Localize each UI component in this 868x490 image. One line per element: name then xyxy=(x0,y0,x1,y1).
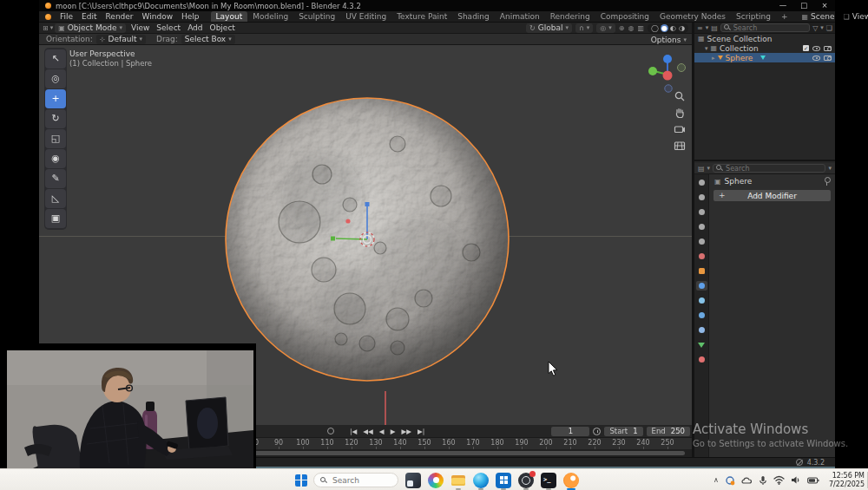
gizmo-toggle-icon[interactable]: ⊕ xyxy=(619,24,625,32)
zoom-icon[interactable] xyxy=(674,90,686,102)
outliner-row-scene-collection[interactable]: ▦ Scene Collection xyxy=(694,34,835,43)
outliner-display-mode-icon[interactable]: ≡ xyxy=(697,24,703,32)
workspace-tab[interactable]: UV Editing xyxy=(340,11,391,22)
app-terminal[interactable] xyxy=(540,470,557,490)
menu-item[interactable]: Edit xyxy=(77,11,101,23)
properties-search[interactable] xyxy=(713,164,825,173)
minimize-button[interactable]: — xyxy=(773,0,793,11)
viewport-menu-item[interactable]: Add xyxy=(184,23,206,32)
overlays-toggle-icon[interactable]: ◍ xyxy=(628,24,635,32)
playback-button[interactable]: ▶▶ xyxy=(398,426,414,437)
camera-view-icon[interactable] xyxy=(674,123,686,135)
workspace-tab[interactable]: Shading xyxy=(452,11,495,22)
app-recorder[interactable] xyxy=(517,470,535,490)
tool-cursor[interactable]: ◎ xyxy=(45,69,66,88)
workspace-tab[interactable]: Animation xyxy=(495,11,545,22)
collection-checkbox[interactable]: ✓ xyxy=(803,45,809,51)
playback-button[interactable]: ▶| xyxy=(415,426,427,437)
app-store[interactable] xyxy=(495,470,512,490)
navigation-gizmo[interactable] xyxy=(647,52,687,95)
viewport-menu-item[interactable]: View xyxy=(128,23,153,32)
tab-material[interactable] xyxy=(696,355,707,364)
tab-tool[interactable] xyxy=(696,178,707,187)
tray-wifi-icon[interactable] xyxy=(773,475,785,485)
notifications-mute-icon[interactable] xyxy=(796,459,803,466)
shading-material-icon[interactable]: ◐ xyxy=(669,24,677,32)
disable-render-icon[interactable] xyxy=(824,46,832,51)
tab-world[interactable] xyxy=(696,252,707,261)
tray-onedrive-icon[interactable] xyxy=(741,475,753,486)
timeline-scrollbar[interactable] xyxy=(217,451,685,455)
workspace-tab[interactable]: Modeling xyxy=(247,11,293,22)
outliner-search[interactable] xyxy=(720,23,810,32)
toggle-perspective-icon[interactable] xyxy=(674,140,686,152)
tab-modifiers[interactable] xyxy=(696,281,707,291)
outliner-row-sphere[interactable]: ▸ Sphere xyxy=(694,53,835,62)
playback-button[interactable]: ◀◀ xyxy=(360,426,376,437)
shading-wireframe-icon[interactable]: ◯ xyxy=(650,24,660,32)
app-edge[interactable] xyxy=(472,470,490,490)
shading-rendered-icon[interactable]: ◑ xyxy=(678,24,686,32)
start-button[interactable] xyxy=(295,474,307,487)
frame-start-field[interactable]: Start1 xyxy=(604,427,642,436)
workspace-tab[interactable]: + xyxy=(776,11,793,22)
viewport-menu-item[interactable]: Select xyxy=(153,23,184,32)
workspace-tab[interactable]: Texture Paint xyxy=(391,11,452,22)
disable-render-icon[interactable] xyxy=(824,56,832,61)
viewport-menu-item[interactable]: Object xyxy=(207,23,239,32)
playback-button[interactable]: ▶ xyxy=(388,426,398,437)
tool-scale[interactable]: ◱ xyxy=(45,129,66,148)
close-button[interactable]: × xyxy=(814,0,835,11)
proportional-edit-toggle[interactable]: ◎▾ xyxy=(596,23,615,33)
blender-menu-icon[interactable] xyxy=(45,14,51,20)
tab-scene[interactable] xyxy=(696,237,707,246)
playback-button[interactable]: ◀ xyxy=(377,426,387,437)
menu-item[interactable]: Help xyxy=(177,11,204,23)
app-photos[interactable] xyxy=(427,470,444,490)
tool-add-cube[interactable]: ▣ xyxy=(45,209,66,228)
outliner-row-collection[interactable]: ▾ ▦ Collection ✓ xyxy=(694,43,835,53)
app-blender[interactable] xyxy=(562,470,580,490)
scene-selector[interactable]: ▦ Scene xyxy=(802,12,835,21)
mode-dropdown[interactable]: ▣ Object Mode ▾ xyxy=(55,23,126,33)
taskbar-search-input[interactable] xyxy=(331,475,391,486)
add-modifier-button[interactable]: + Add Modifier xyxy=(713,190,831,201)
orientation-dropdown[interactable]: ↻ Global ▾ xyxy=(526,23,572,33)
tab-output[interactable] xyxy=(696,207,707,217)
snap-toggle[interactable]: ∩▾ xyxy=(575,23,593,33)
taskbar-search[interactable] xyxy=(313,473,398,487)
tab-particles[interactable] xyxy=(696,296,707,305)
expand-caret-icon[interactable]: ▾ xyxy=(705,45,708,52)
maximize-button[interactable]: □ xyxy=(793,0,814,11)
tool-annotate[interactable]: ✎ xyxy=(45,169,66,188)
workspace-tab[interactable]: Layout xyxy=(211,11,248,22)
app-widgets[interactable] xyxy=(404,470,422,490)
menu-item[interactable]: Window xyxy=(138,11,178,23)
options-dropdown[interactable]: Options ▾ xyxy=(651,34,687,45)
tab-data[interactable] xyxy=(696,340,707,350)
move-gizmo[interactable] xyxy=(315,198,419,271)
tool-move[interactable]: + xyxy=(45,89,66,108)
tab-render[interactable] xyxy=(696,193,707,202)
app-file-explorer[interactable] xyxy=(450,470,467,490)
tray-battery-icon[interactable] xyxy=(807,476,819,485)
editor-type-icon[interactable]: ⊞ xyxy=(43,24,49,32)
properties-editor-icon[interactable]: ▤ xyxy=(698,165,705,173)
tool-select-box[interactable]: ↖ xyxy=(45,49,66,69)
pin-icon[interactable] xyxy=(823,177,830,186)
playback-button[interactable]: |◀ xyxy=(347,426,359,437)
new-collection-icon[interactable]: ❏ xyxy=(826,24,832,32)
expand-caret-icon[interactable]: ▸ xyxy=(712,55,715,62)
workspace-tab[interactable]: Sculpting xyxy=(293,11,340,22)
properties-search-input[interactable] xyxy=(726,165,822,173)
orientation-default-dropdown[interactable]: ⊹ Default ▾ xyxy=(96,35,146,44)
tray-mic-icon[interactable] xyxy=(759,475,767,486)
shading-solid-icon[interactable]: ● xyxy=(661,24,668,32)
outliner-search-input[interactable] xyxy=(733,24,806,32)
pan-hand-icon[interactable] xyxy=(674,107,686,119)
auto-keying-toggle[interactable] xyxy=(327,428,334,434)
drag-dropdown[interactable]: Select Box ▾ xyxy=(181,35,235,44)
menu-item[interactable]: File xyxy=(56,11,77,23)
viewlayer-selector[interactable]: ❏ ViewLayer xyxy=(844,12,868,21)
workspace-tab[interactable]: Compositing xyxy=(595,11,654,22)
